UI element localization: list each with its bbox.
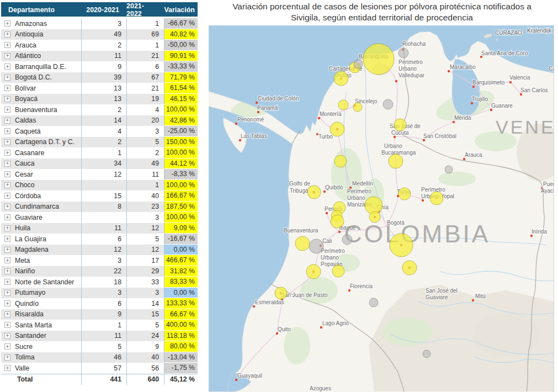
bubble-negative[interactable] [342, 235, 352, 245]
table-row[interactable]: Meta317466,67 % [1, 255, 198, 266]
expand-icon[interactable] [4, 214, 10, 220]
table-row[interactable]: Arauca21-50,00 % [1, 40, 198, 51]
bubble-positive[interactable] [369, 211, 380, 223]
expand-icon[interactable] [4, 42, 10, 48]
table-row[interactable]: Atlántico112190,91 % [1, 51, 198, 62]
table-row[interactable]: Cartagena D.T. y C.25150,00 % [1, 137, 198, 148]
table-row[interactable]: Bolívar132161,54 % [1, 83, 198, 94]
expand-icon[interactable] [4, 354, 10, 361]
expand-icon[interactable] [4, 247, 10, 253]
expand-icon[interactable] [4, 290, 10, 296]
bubble-positive[interactable] [398, 188, 411, 200]
table-row[interactable]: La Guajira65-16,67 % [1, 234, 198, 245]
expand-icon[interactable] [4, 20, 10, 27]
table-row[interactable]: Choco1100,00 % [1, 180, 198, 191]
bubble-positive[interactable] [295, 236, 310, 251]
table-row[interactable]: Casanare12100,00 % [1, 147, 198, 158]
expand-icon[interactable] [4, 193, 10, 199]
column-header-2021-2022[interactable]: 2021-2022 [126, 2, 164, 18]
bubble-positive[interactable] [353, 103, 362, 112]
expand-icon[interactable] [4, 322, 10, 328]
table-row[interactable]: Huila11129,09 % [1, 223, 198, 234]
table-row[interactable]: Córdoba1540166,67 % [1, 190, 198, 202]
column-header-departamento[interactable]: Departamento [1, 2, 81, 18]
city-dot [326, 212, 328, 214]
expand-icon[interactable] [4, 333, 10, 339]
bubble-positive[interactable] [390, 234, 413, 257]
expand-icon[interactable] [4, 236, 10, 242]
expand-icon[interactable] [4, 161, 10, 167]
expand-icon[interactable] [4, 31, 10, 38]
expand-icon[interactable] [4, 182, 10, 188]
table-row[interactable]: Sucre5980,00 % [1, 341, 198, 352]
table-row[interactable]: Cauca344944,12 % [1, 158, 198, 169]
expand-icon[interactable] [4, 365, 10, 371]
expand-icon[interactable] [4, 53, 10, 59]
bubble-positive[interactable] [389, 154, 403, 168]
bubble-negative[interactable] [383, 99, 393, 109]
expand-icon[interactable] [4, 128, 10, 134]
bubble-negative[interactable] [309, 239, 323, 253]
table-row[interactable]: Bogotá D.C.396771,79 % [1, 72, 198, 83]
table-row[interactable]: Putumayo330,00 % [1, 288, 198, 299]
table-row[interactable]: Quindío614133,33 % [1, 298, 198, 309]
bubble-positive[interactable] [394, 119, 406, 131]
expand-icon[interactable] [4, 204, 10, 210]
expand-icon[interactable] [4, 343, 10, 349]
bubble-positive[interactable] [330, 122, 344, 136]
table-total-row: Total44164045,12 % [1, 374, 198, 385]
column-header-2020-2021[interactable]: 2020-2021 [81, 2, 126, 18]
table-row[interactable]: Tolima4640-13,04 % [1, 352, 198, 363]
expand-icon[interactable] [4, 63, 10, 70]
bubble-positive[interactable] [307, 186, 321, 199]
bubble-positive[interactable] [275, 287, 287, 299]
table-row[interactable]: Caldas142042,86 % [1, 115, 198, 126]
bubble-positive[interactable] [306, 264, 321, 279]
table-row[interactable]: Caquetá43-25,00 % [1, 126, 198, 137]
expand-icon[interactable] [4, 118, 10, 124]
expand-icon[interactable] [4, 96, 10, 102]
expand-icon[interactable] [4, 268, 10, 274]
expand-icon[interactable] [4, 85, 10, 91]
expand-icon[interactable] [4, 257, 10, 263]
expand-icon[interactable] [4, 139, 10, 145]
table-row[interactable]: Antioquia496940,82 % [1, 29, 198, 40]
table-row[interactable]: Boyacá131946,15 % [1, 94, 198, 105]
bubble-negative[interactable] [423, 350, 431, 358]
column-header-variacion[interactable]: Variación [164, 2, 198, 18]
expand-icon[interactable] [4, 300, 10, 306]
expand-icon[interactable] [4, 171, 10, 177]
bubble-positive[interactable] [334, 155, 347, 167]
table-row[interactable]: Magdalena12120,00 % [1, 245, 198, 256]
expand-icon[interactable] [4, 311, 10, 317]
map-visual[interactable]: CURAZAOKralendijkSanta Ana de CoroRiohac… [209, 25, 554, 392]
table-row[interactable]: Cesar1211-8,33 % [1, 169, 198, 180]
bubble-negative[interactable] [369, 298, 378, 307]
bubble-positive[interactable] [338, 100, 348, 110]
table-row[interactable]: Cundinamarca823187,50 % [1, 202, 198, 213]
bubble-positive[interactable] [332, 265, 344, 277]
bubble-positive[interactable] [430, 192, 443, 205]
table-row[interactable]: Santa Marta15400,00 % [1, 320, 198, 331]
table-row[interactable]: Nariño222931,82 % [1, 266, 198, 277]
expand-icon[interactable] [4, 279, 10, 285]
table-row[interactable]: Buenaventura24100,00 % [1, 104, 198, 115]
expand-icon[interactable] [4, 75, 10, 81]
bubble-negative[interactable] [445, 166, 453, 173]
bubble-positive[interactable] [402, 261, 417, 275]
table-row[interactable]: Guaviare3100,00 % [1, 212, 198, 223]
bubble-negative[interactable] [354, 60, 363, 68]
table-row[interactable]: Norte de Santander183383,33 % [1, 277, 198, 288]
bubble-negative[interactable] [398, 48, 408, 58]
expand-icon[interactable] [4, 225, 10, 231]
bubble-positive[interactable] [334, 71, 348, 86]
table-row[interactable]: Valle5756-1,75 % [1, 363, 198, 374]
expand-icon[interactable] [4, 107, 10, 113]
table-row[interactable]: Risaralda91566,67 % [1, 309, 198, 320]
table-row[interactable]: Barranquilla D.E.96-33,33 % [1, 61, 198, 72]
table-row[interactable]: Santander1124118,18 % [1, 331, 198, 342]
bubble-positive[interactable] [363, 44, 394, 75]
expand-icon[interactable] [4, 150, 10, 156]
bubble-positive[interactable] [331, 215, 344, 228]
table-row[interactable]: Amazonas31-66,67 % [1, 18, 198, 29]
